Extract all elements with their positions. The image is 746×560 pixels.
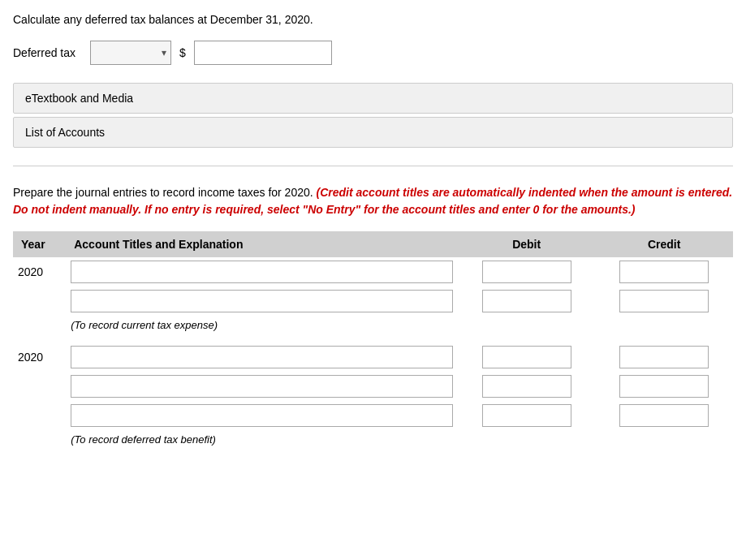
entry1-debit2-cell[interactable] (458, 286, 596, 316)
entry2-debit2-input[interactable] (482, 375, 571, 398)
entry1-year: 2020 (13, 257, 66, 286)
journal-instruction-plain: Prepare the journal entries to record in… (13, 186, 313, 199)
col-account-header: Account Titles and Explanation (66, 231, 458, 257)
entry2-year: 2020 (13, 342, 66, 372)
section-divider (13, 166, 733, 166)
entry1-note-blank (13, 316, 66, 334)
list-of-accounts-bar[interactable]: List of Accounts (13, 117, 733, 148)
entry1-account1-input[interactable] (71, 261, 453, 283)
entry2-account1-cell[interactable] (66, 342, 458, 372)
entry1-year-blank (13, 286, 66, 316)
entry2-note: (To record deferred tax benefit) (66, 430, 733, 449)
etextbook-bar[interactable]: eTextbook and Media (13, 83, 733, 114)
entry2-credit3-cell[interactable] (595, 401, 733, 430)
entry2-debit3-input[interactable] (482, 404, 571, 427)
top-instruction: Calculate any deferred tax balances at D… (13, 13, 733, 26)
entry1-credit1-input[interactable] (619, 261, 709, 283)
entry2-year-blank (13, 372, 66, 401)
list-of-accounts-label: List of Accounts (25, 126, 105, 139)
entry2-credit1-cell[interactable] (595, 342, 733, 372)
entry2-credit2-cell[interactable] (595, 372, 733, 401)
entry2-account1-input[interactable] (71, 346, 453, 368)
entry1-debit1-cell[interactable] (458, 257, 596, 286)
entry2-year-blank2 (13, 401, 66, 430)
table-row: 2020 (13, 257, 733, 286)
deferred-amount-input[interactable] (194, 41, 332, 65)
entry1-credit2-cell[interactable] (595, 286, 733, 316)
deferred-tax-label: Deferred tax (13, 46, 82, 59)
entry1-account2-input[interactable] (71, 290, 453, 312)
section-gap-row (13, 334, 733, 342)
entry2-debit3-cell[interactable] (458, 401, 596, 430)
col-credit-header: Credit (595, 231, 733, 257)
table-row: 2020 (13, 342, 733, 372)
entry1-account2-cell[interactable] (66, 286, 458, 316)
entry2-account2-input[interactable] (71, 375, 453, 398)
entry1-credit2-input[interactable] (619, 290, 709, 312)
entry2-credit3-input[interactable] (619, 404, 709, 427)
entry1-note: (To record current tax expense) (66, 316, 733, 334)
deferred-tax-row: Deferred tax Asset Liability ▾ $ (13, 41, 733, 65)
journal-instruction: Prepare the journal entries to record in… (13, 184, 733, 218)
entry2-credit2-input[interactable] (619, 375, 709, 398)
table-header-row: Year Account Titles and Explanation Debi… (13, 231, 733, 257)
deferred-tax-select-wrapper[interactable]: Asset Liability ▾ (90, 41, 171, 65)
entry2-debit1-input[interactable] (482, 346, 571, 368)
col-debit-header: Debit (458, 231, 596, 257)
entry1-credit1-cell[interactable] (595, 257, 733, 286)
entry2-credit1-input[interactable] (619, 346, 709, 368)
etextbook-label: eTextbook and Media (25, 92, 133, 105)
entry2-account3-input[interactable] (71, 404, 453, 427)
dollar-sign: $ (179, 46, 186, 59)
entry1-note-row: (To record current tax expense) (13, 316, 733, 334)
deferred-tax-select[interactable]: Asset Liability (90, 41, 171, 65)
entry2-account2-cell[interactable] (66, 372, 458, 401)
entry2-debit2-cell[interactable] (458, 372, 596, 401)
journal-table: Year Account Titles and Explanation Debi… (13, 231, 733, 449)
table-row (13, 286, 733, 316)
entry1-debit1-input[interactable] (482, 261, 571, 283)
table-row (13, 372, 733, 401)
entry2-debit1-cell[interactable] (458, 342, 596, 372)
col-year-header: Year (13, 231, 66, 257)
entry2-note-row: (To record deferred tax benefit) (13, 430, 733, 449)
table-row (13, 401, 733, 430)
entry1-debit2-input[interactable] (482, 290, 571, 312)
entry2-account3-cell[interactable] (66, 401, 458, 430)
entry1-account1-cell[interactable] (66, 257, 458, 286)
entry2-note-blank (13, 430, 66, 449)
